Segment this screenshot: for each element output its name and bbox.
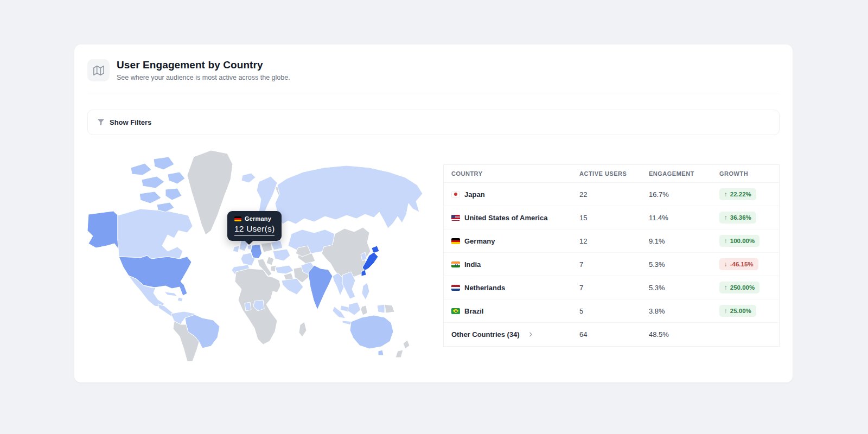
map-country-turkey[interactable] <box>275 265 293 274</box>
map-country-iceland[interactable] <box>241 173 256 183</box>
filter-icon <box>97 119 105 126</box>
map-country-usa[interactable] <box>119 256 192 296</box>
map-icon-box <box>87 59 110 81</box>
header-divider <box>87 93 780 93</box>
map-country-poland[interactable] <box>261 242 272 252</box>
map-country-norway-sweden[interactable] <box>257 176 277 216</box>
engagement-cell: 5.3% <box>638 260 709 269</box>
column-header-active-users: ACTIVE USERS <box>569 170 638 177</box>
active-users-cell: 5 <box>569 307 638 315</box>
flag-icon-br <box>451 308 460 314</box>
map-country-arctic-islands[interactable] <box>165 188 182 200</box>
arrow-down-icon: ↓ <box>724 261 727 267</box>
show-filters-label: Show Filters <box>110 118 151 126</box>
map-country-papua-new-guinea[interactable] <box>385 304 394 313</box>
map-country-new-zealand[interactable] <box>403 340 410 349</box>
country-name: India <box>464 260 481 269</box>
map-country-arctic-islands[interactable] <box>131 163 151 175</box>
map-country-arctic-islands[interactable] <box>168 172 185 184</box>
country-name: Japan <box>464 190 485 199</box>
map-country-japan[interactable] <box>372 246 379 253</box>
map-country-new-zealand[interactable] <box>395 350 403 358</box>
growth-value: -46.15% <box>730 261 754 267</box>
growth-value: 100.00% <box>730 238 755 244</box>
engagement-cell: 9.1% <box>638 237 709 245</box>
map-country-borneo[interactable] <box>348 302 361 315</box>
country-name: United States of America <box>464 214 547 222</box>
map-country-belarus[interactable] <box>271 240 283 250</box>
map-country-romania[interactable] <box>266 257 274 265</box>
engagement-cell: 48.5% <box>638 330 709 339</box>
table-row: Germany129.1%↑100.00% <box>444 229 779 253</box>
tooltip-header: Germany <box>234 215 275 222</box>
growth-cell: ↑36.36% <box>709 212 780 224</box>
flag-icon-us <box>451 215 460 221</box>
column-header-country: COUNTRY <box>444 170 569 177</box>
map-country-west-papua[interactable] <box>377 304 385 313</box>
map-country-madagascar[interactable] <box>299 322 307 337</box>
map-country-arctic-islands[interactable] <box>154 157 174 170</box>
engagement-cell: 3.8% <box>638 307 709 315</box>
map-country-russia[interactable] <box>275 165 423 228</box>
arrow-up-icon: ↑ <box>724 191 727 197</box>
page-subtitle: See where your audience is most active a… <box>117 74 290 81</box>
table-row-other-countries[interactable]: Other Countries (34)6448.5% <box>444 323 779 346</box>
map-country-arctic-islands[interactable] <box>157 202 174 212</box>
growth-cell: ↑100.00% <box>709 235 780 247</box>
country-name: Germany <box>464 237 495 245</box>
tooltip-country: Germany <box>245 215 271 222</box>
map-country-ireland[interactable] <box>233 246 239 252</box>
table-row: Brazil53.8%↑25.00% <box>444 299 779 323</box>
growth-value: 36.36% <box>730 214 751 221</box>
growth-cell: ↑250.00% <box>709 282 780 293</box>
growth-badge: ↑100.00% <box>719 235 760 247</box>
country-name: Brazil <box>464 307 483 315</box>
map-country-caribbean[interactable] <box>177 297 183 302</box>
map-country-ukraine[interactable] <box>273 249 290 261</box>
header-text: User Engagement by Country See where you… <box>117 59 290 81</box>
content-row: Germany 12 User(s) COUNTRY ACTIVE USERS … <box>87 147 780 364</box>
map-country-greenland[interactable] <box>187 150 233 235</box>
active-users-cell: 7 <box>569 260 638 269</box>
engagement-cell: 11.4% <box>638 214 709 222</box>
map-country-india[interactable] <box>308 265 333 310</box>
table-row: Japan2216.7%↑22.22% <box>444 183 779 206</box>
map-icon <box>93 65 104 76</box>
growth-badge: ↑250.00% <box>719 282 760 293</box>
engagement-cell: 16.7% <box>638 190 709 199</box>
growth-badge: ↓-46.15% <box>719 258 758 270</box>
growth-cell: ↓-46.15% <box>709 258 780 270</box>
map-country-canada[interactable] <box>118 209 193 259</box>
table-row: India75.3%↓-46.15% <box>444 253 779 276</box>
map-country-arctic-islands[interactable] <box>142 176 164 188</box>
growth-value: 25.00% <box>730 308 751 314</box>
map-country-australia[interactable] <box>350 315 393 349</box>
page-title: User Engagement by Country <box>117 59 290 71</box>
growth-cell: ↑25.00% <box>709 305 780 317</box>
country-name: Netherlands <box>464 284 505 292</box>
show-filters-button[interactable]: Show Filters <box>87 110 780 135</box>
table-header: COUNTRY ACTIVE USERS ENGAGEMENT GROWTH <box>444 165 779 183</box>
country-cell: Japan <box>444 190 569 199</box>
column-header-engagement: ENGAGEMENT <box>638 170 709 177</box>
map-country-cuba[interactable] <box>164 292 177 296</box>
map-country-ghana[interactable] <box>245 302 251 311</box>
chevron-right-icon[interactable] <box>527 331 534 338</box>
active-users-cell: 64 <box>569 330 638 339</box>
map-country-tasmania[interactable] <box>378 350 384 355</box>
map-country-germany[interactable] <box>251 244 262 259</box>
engagement-cell: 5.3% <box>638 284 709 292</box>
growth-badge: ↑25.00% <box>719 305 756 317</box>
map-country-arctic-islands[interactable] <box>139 192 161 203</box>
table-row: Netherlands75.3%↑250.00% <box>444 276 779 299</box>
flag-icon-de <box>451 238 460 244</box>
active-users-cell: 7 <box>569 284 638 292</box>
map-country-sulawesi[interactable] <box>361 305 367 315</box>
world-map: Germany 12 User(s) <box>87 147 435 364</box>
table-body: Japan2216.7%↑22.22%United States of Amer… <box>444 183 779 346</box>
map-country-philippines[interactable] <box>362 283 369 300</box>
country-name: Other Countries (34) <box>451 330 520 339</box>
growth-badge: ↑36.36% <box>719 212 756 224</box>
country-table: COUNTRY ACTIVE USERS ENGAGEMENT GROWTH J… <box>443 164 780 347</box>
growth-cell: ↑22.22% <box>709 188 780 200</box>
